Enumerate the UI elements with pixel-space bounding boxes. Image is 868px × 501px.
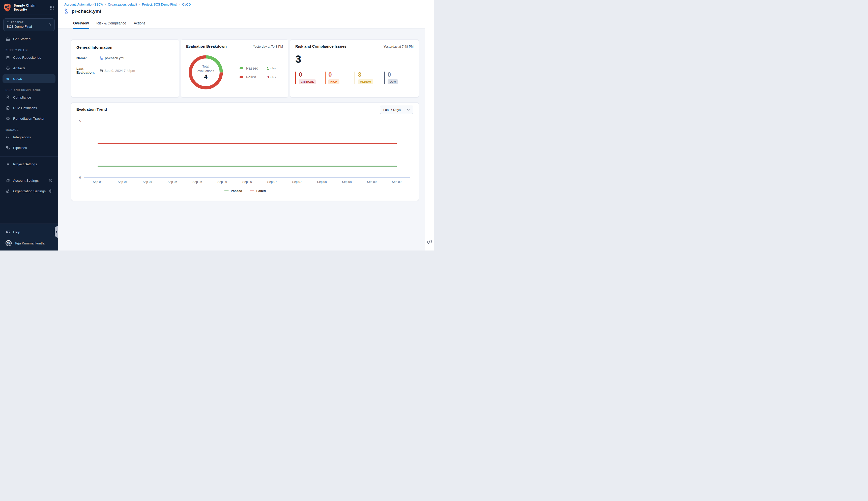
sidebar-item-label: Organization Settings [13,189,46,193]
passed-line-swatch-icon [224,191,229,191]
support-chat-icon[interactable] [427,239,432,245]
sidebar-item-label: Integrations [13,135,31,139]
account-settings-icon [6,179,10,183]
breadcrumb-account-link[interactable]: Account: Automation-SSCA [64,3,103,6]
sidebar-accent-divider [3,14,55,15]
compliance-document-icon [6,95,10,99]
sidebar-item-label: Help [13,230,20,234]
user-avatar: TK [6,240,12,246]
legend-row-passed: Passed 1 rules [240,66,276,70]
sidebar-item-pipelines[interactable]: Pipelines [2,143,55,152]
tab-bar: Overview Risk & Compliance Actions [58,18,425,29]
high-count: 0 [328,72,354,78]
project-name: SCS Demo Final [7,25,32,29]
module-grid-menu-icon[interactable] [50,6,54,10]
sidebar-item-get-started[interactable]: Get Started [2,34,55,43]
chevron-down-icon [407,109,410,111]
tab-actions[interactable]: Actions [133,18,146,29]
sidebar-item-artifacts[interactable]: Artifacts [2,64,55,72]
info-icon[interactable] [49,179,52,182]
sidebar-item-label: Get Started [13,37,31,41]
sidebar-section-supply-chain: SUPPLY CHAIN [6,49,52,52]
failed-pill-icon [240,76,243,78]
sidebar-item-help[interactable]: ? Help [2,228,55,236]
app-screen: Supply Chain Security [0,0,434,250]
failed-line-swatch-icon [250,191,254,191]
severity-medium: 3 MEDIUM [355,72,384,84]
infinity-cicd-icon: ∞ [6,77,10,81]
sidebar-bottom-section: ? Help TK Teja Kummarikuntla [0,224,58,250]
sidebar: Supply Chain Security [0,0,58,250]
last-evaluation-label: Last Evaluation: [76,67,100,74]
sidebar-item-label: Compliance [13,96,31,99]
total-evaluations-value: 4 [204,73,207,81]
sidebar-item-organization-settings[interactable]: Organization Settings [2,187,55,195]
legend-passed: Passed [224,189,242,193]
svg-text:Sep 09: Sep 09 [392,180,401,184]
svg-text:Sep 08: Sep 08 [342,180,352,184]
evaluation-breakdown-card: Evaluation Breakdown Yesterday at 7:48 P… [181,39,288,97]
cube-icon [7,21,10,24]
sidebar-item-compliance[interactable]: Compliance [2,93,55,102]
card-timestamp: Yesterday at 7:48 PM [253,45,283,49]
svg-text:Sep 03: Sep 03 [93,180,102,184]
total-issues-value: 3 [295,54,414,64]
sidebar-item-account-settings[interactable]: Account Settings [2,176,55,185]
sidebar-item-rule-definitions[interactable]: Rule Definitions [2,104,55,112]
sidebar-item-integrations[interactable]: Integrations [2,133,55,141]
sidebar-item-label: Account Settings [13,179,39,182]
breadcrumb-cicd-link[interactable]: CI/CD [182,3,191,6]
low-count: 0 [388,72,414,78]
pipeline-file-icon [64,8,69,14]
sidebar-item-project-settings[interactable]: Project Settings [2,160,55,168]
info-icon[interactable] [49,189,52,193]
calendar-icon [100,69,103,72]
card-timestamp: Yesterday at 7:48 PM [384,45,414,49]
card-title: Risk and Compliance Issues [295,44,346,49]
card-title: Evaluation Trend [76,107,107,111]
sidebar-user[interactable]: TK Teja Kummarikuntla [2,239,55,247]
tab-overview[interactable]: Overview [73,18,89,29]
svg-text:Sep 09: Sep 09 [367,180,377,184]
svg-text:Sep 07: Sep 07 [267,180,277,184]
svg-text:Sep 04: Sep 04 [143,180,152,184]
artifacts-icon [6,66,10,70]
project-selector[interactable]: PROJECT SCS Demo Final [3,18,55,31]
gear-icon [6,162,10,166]
sidebar-collapse-handle[interactable] [55,226,58,238]
svg-text:Sep 04: Sep 04 [118,180,127,184]
severity-critical: 0 CRITICAL [295,72,325,84]
high-badge: HIGH [328,79,339,84]
evaluation-trend-card: Evaluation Trend Last 7 Days 50Sep 03Sep… [71,102,419,201]
sidebar-section-risk-and-compliance: RISK AND COMPLIANCE [6,88,52,92]
name-row: Name: pr-check.yml [76,56,174,60]
tab-risk-and-compliance[interactable]: Risk & Compliance [96,18,127,29]
evaluation-donut-chart: Total evaluations 4 [188,55,223,90]
app-title: Supply Chain Security [14,3,35,12]
breadcrumb-separator: › [103,3,108,6]
breadcrumb-project-link[interactable]: Project: SCS Demo Final [142,3,177,6]
last-evaluation-value: Sep 9, 2024 7:48pm [100,69,135,73]
page-title: pr-check.yml [72,9,101,14]
sidebar-item-code-repositories[interactable]: Code Repositories [2,53,55,62]
remediation-box-icon [6,116,10,121]
trend-chart-legend: Passed Failed [76,189,414,193]
breadcrumb-separator: › [137,3,142,6]
breadcrumb-separator: › [177,3,182,6]
sidebar-item-cicd[interactable]: ∞ CI/CD [2,74,55,83]
app-logo-row: Supply Chain Security [0,0,58,14]
severity-low: 0 LOW [384,72,414,84]
sidebar-item-label: Artifacts [13,66,25,70]
passed-count: 1 [267,66,269,70]
breadcrumb-organization-link[interactable]: Organization: default [108,3,137,6]
sidebar-item-label: Pipelines [13,146,27,150]
low-badge: LOW [388,79,398,84]
user-name: Teja Kummarikuntla [14,242,45,245]
critical-badge: CRITICAL [299,79,316,84]
medium-count: 3 [358,72,384,78]
date-range-selector[interactable]: Last 7 Days [380,106,413,114]
sidebar-section-manage: MANAGE [6,128,52,131]
main-content: General Information Name: pr-check [58,29,425,250]
svg-text:0: 0 [79,176,81,179]
sidebar-item-remediation-tracker[interactable]: Remediation Tracker [2,114,55,123]
